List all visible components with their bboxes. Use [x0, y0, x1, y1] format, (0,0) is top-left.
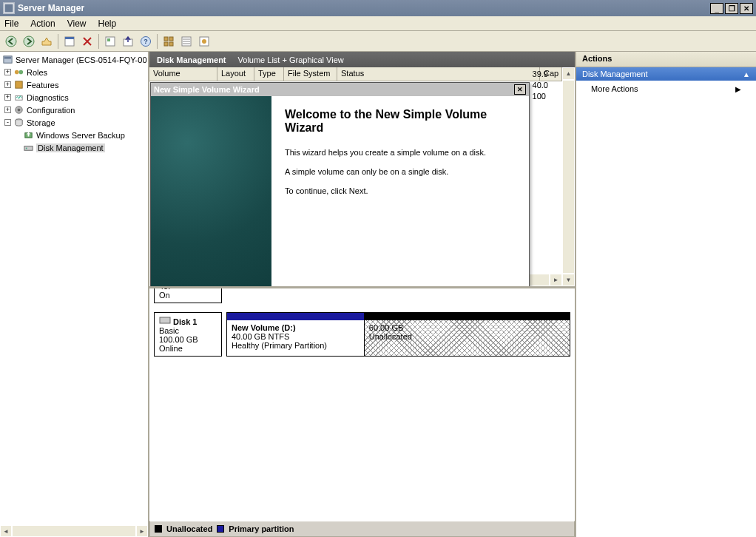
tree-roles[interactable]: + Roles	[0, 66, 148, 78]
disk-row[interactable]: Ba 40. On	[149, 288, 575, 308]
properties-icon[interactable]	[61, 33, 78, 50]
features-icon	[13, 79, 24, 91]
navigation-tree[interactable]: Server Manager (ECS-0514-FQY-00 + Roles …	[0, 52, 148, 525]
disk-info[interactable]: Ba 40. On	[154, 288, 222, 303]
actions-pane: Actions Disk Management ▲ More Actions ▶	[576, 52, 756, 537]
legend-swatch-primary	[217, 525, 224, 533]
config-icon	[13, 104, 24, 116]
partition-new-volume-d[interactable]: New Volume (D:) 40.00 GB NTFS Healthy (P…	[227, 313, 365, 356]
list-view-icon[interactable]	[178, 33, 195, 50]
svg-rect-4	[65, 37, 74, 39]
legend-swatch-unallocated	[155, 525, 162, 533]
col-status[interactable]: Status	[337, 67, 540, 81]
tree-diagnostics[interactable]: + Diagnostics	[0, 91, 148, 104]
forward-button[interactable]	[21, 33, 37, 50]
tree-disk-management[interactable]: Disk Management	[0, 141, 148, 154]
close-button[interactable]: ✕	[740, 3, 753, 14]
wizard-titlebar[interactable]: New Simple Volume Wizard ✕	[151, 83, 529, 96]
navigation-tree-pane: Server Manager (ECS-0514-FQY-00 + Roles …	[0, 52, 149, 537]
minimize-button[interactable]: _	[710, 3, 723, 14]
dm-subtitle: Volume List + Graphical View	[234, 55, 348, 64]
partition-unallocated[interactable]: 60.00 GB Unallocated	[365, 313, 570, 356]
diagnostics-icon	[13, 92, 24, 104]
svg-rect-13	[169, 42, 173, 46]
volume-list[interactable]: Volume Layout Type File System Status Ca…	[149, 67, 575, 286]
menu-file[interactable]: File	[4, 18, 18, 29]
roles-icon	[13, 67, 24, 78]
main-area: Server Manager (ECS-0514-FQY-00 + Roles …	[0, 52, 756, 537]
svg-rect-12	[164, 42, 168, 46]
tree-root[interactable]: Server Manager (ECS-0514-FQY-00	[0, 53, 148, 66]
col-volume[interactable]: Volume	[149, 67, 217, 81]
wizard-heading: Welcome to the New Simple Volume Wizard	[285, 108, 516, 135]
wizard-title: New Simple Volume Wizard	[154, 85, 514, 94]
storage-icon	[13, 117, 24, 129]
disk-management-header: Disk Management Volume List + Graphical …	[149, 52, 575, 67]
disk-partitions[interactable]: New Volume (D:) 40.00 GB NTFS Healthy (P…	[226, 312, 570, 357]
scroll-up-icon[interactable]: ▲	[562, 67, 575, 80]
tree-horizontal-scrollbar[interactable]: ◄ ►	[0, 525, 148, 537]
collapse-icon: ▲	[743, 70, 750, 78]
disk-info[interactable]: Disk 1 Basic 100.00 GB Online	[154, 312, 222, 357]
collapse-icon[interactable]: -	[4, 119, 11, 126]
col-filesystem[interactable]: File System	[284, 67, 337, 81]
toolbar-separator	[58, 34, 58, 49]
expand-icon[interactable]: +	[4, 107, 11, 113]
svg-point-22	[14, 70, 18, 75]
tree-windows-server-backup[interactable]: Windows Server Backup	[0, 129, 148, 141]
wizard-close-button[interactable]: ✕	[514, 84, 526, 95]
tree-features[interactable]: + Features	[0, 78, 148, 91]
wizard-text: This wizard helps you create a simple vo…	[285, 148, 516, 157]
scroll-right-icon[interactable]: ►	[550, 274, 562, 286]
svg-rect-30	[24, 146, 32, 151]
actions-more[interactable]: More Actions ▶	[576, 81, 756, 97]
scroll-down-icon[interactable]: ▼	[562, 274, 575, 286]
wizard-text: To continue, click Next.	[285, 186, 516, 195]
svg-point-31	[25, 148, 27, 149]
partition-header	[227, 313, 364, 320]
expand-icon[interactable]: +	[4, 94, 11, 101]
restore-button[interactable]: ❐	[725, 3, 738, 14]
scroll-right-icon[interactable]: ►	[136, 525, 148, 537]
menu-bar: File Action View Help	[0, 16, 756, 31]
back-button[interactable]	[3, 33, 19, 50]
disk-row[interactable]: Disk 1 Basic 100.00 GB Online New Volume…	[149, 308, 575, 361]
grid-view-icon[interactable]	[161, 33, 177, 50]
partition-legend: Unallocated Primary partition	[149, 521, 575, 537]
col-type[interactable]: Type	[254, 67, 284, 81]
up-icon[interactable]	[38, 33, 55, 50]
actions-category[interactable]: Disk Management ▲	[576, 67, 756, 81]
menu-action[interactable]: Action	[30, 18, 55, 29]
disk-management-pane: Disk Management Volume List + Graphical …	[149, 52, 576, 537]
tree-configuration[interactable]: + Configuration	[0, 104, 148, 116]
menu-help[interactable]: Help	[98, 18, 117, 29]
toolbar-separator	[98, 34, 99, 49]
help-icon[interactable]: ?	[138, 33, 154, 50]
svg-rect-6	[107, 38, 110, 41]
disk-graphical-view[interactable]: Ba 40. On Disk 1 Basic 100.00 GB Online	[149, 286, 575, 537]
volume-list-v-scrollbar[interactable]: ▲▼	[562, 67, 575, 286]
volume-list-header[interactable]: Volume Layout Type File System Status Ca…	[149, 67, 562, 81]
actions-header: Actions	[576, 52, 756, 67]
window-title: Server Manager	[18, 3, 710, 13]
dm-title: Disk Management	[149, 55, 234, 64]
refresh-icon[interactable]	[102, 33, 118, 50]
svg-point-2	[24, 36, 34, 47]
svg-rect-36	[160, 317, 170, 323]
expand-icon[interactable]: +	[4, 69, 11, 75]
svg-rect-21	[4, 57, 10, 59]
tree-storage[interactable]: - Storage	[0, 116, 148, 129]
partition-header	[365, 313, 570, 320]
col-layout[interactable]: Layout	[217, 67, 254, 81]
svg-point-27	[17, 109, 20, 112]
menu-view[interactable]: View	[67, 18, 87, 29]
export-icon[interactable]	[120, 33, 136, 50]
svg-rect-10	[164, 37, 168, 41]
expand-icon[interactable]: +	[4, 81, 11, 88]
scroll-left-icon[interactable]: ◄	[0, 525, 12, 537]
svg-point-23	[18, 70, 23, 75]
settings-icon[interactable]	[196, 33, 212, 50]
svg-rect-11	[169, 37, 173, 41]
delete-icon[interactable]	[79, 33, 95, 50]
disk-icon	[159, 316, 171, 325]
